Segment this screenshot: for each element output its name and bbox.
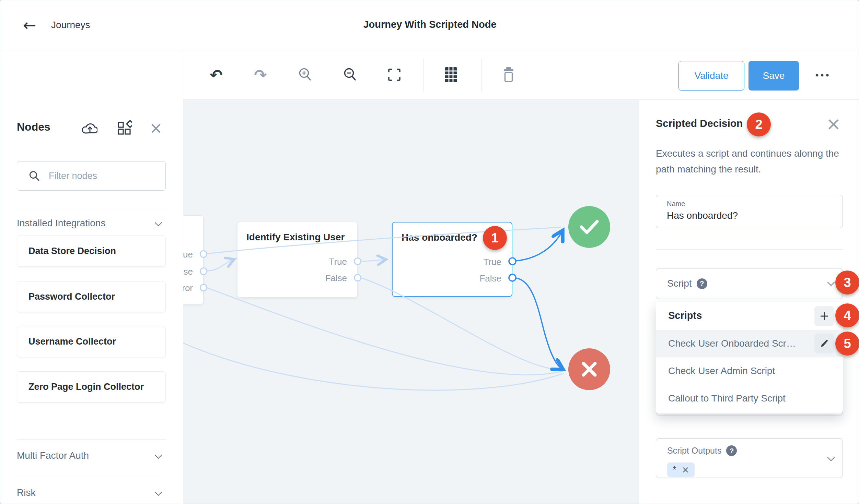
edge-pale-identify-true-to-decision bbox=[361, 260, 385, 261]
delete-trash-icon[interactable] bbox=[499, 65, 518, 84]
chevron-down-icon bbox=[827, 279, 835, 286]
callout-badge-4: 4 bbox=[835, 303, 859, 327]
output-false[interactable]: False bbox=[325, 273, 347, 284]
app-window: ← Journeys Journey With Scripted Node No… bbox=[0, 0, 859, 504]
cloud-upload-icon bbox=[82, 122, 97, 134]
edge-true-to-success bbox=[515, 231, 562, 261]
callout-badge-1: 1 bbox=[483, 226, 507, 250]
script-outputs-label: Script Outputs bbox=[667, 446, 721, 456]
sidebar-section-multi-factor-auth[interactable]: Multi Factor Auth bbox=[17, 446, 166, 465]
section-label: Multi Factor Auth bbox=[17, 450, 89, 461]
undo-icon[interactable]: ↶ bbox=[207, 65, 226, 84]
chevron-down-icon bbox=[155, 489, 162, 496]
edge-pale-false-to-identify bbox=[207, 260, 233, 271]
divider bbox=[423, 59, 423, 92]
redo-icon[interactable]: ↷ bbox=[251, 65, 270, 84]
flow-node-identify-existing-user[interactable]: Identify Existing User True False bbox=[237, 222, 358, 298]
components-grid-icon[interactable] bbox=[116, 120, 132, 136]
script-select-label: Script bbox=[667, 278, 692, 289]
callout-badge-5: 5 bbox=[835, 332, 859, 356]
output-chip-value: * bbox=[673, 462, 676, 478]
scripts-dropdown: Scripts Check User Onboarded Scr… Check … bbox=[656, 302, 843, 413]
scripted-decision-panel: Scripted Decision 2 × Executes a script … bbox=[639, 100, 859, 504]
divider bbox=[17, 477, 166, 477]
validate-button[interactable]: Validate bbox=[678, 61, 744, 91]
save-button[interactable]: Save bbox=[748, 61, 799, 91]
divider bbox=[17, 439, 166, 440]
node-card-data-store-decision[interactable]: Data Store Decision bbox=[17, 236, 166, 267]
edge-pale-offscreen-to-failure bbox=[183, 342, 564, 390]
node-card-zero-page-login-collector[interactable]: Zero Page Login Collector bbox=[17, 371, 166, 403]
pencil-icon bbox=[820, 339, 829, 348]
help-icon[interactable]: ? bbox=[726, 445, 737, 456]
node-card-password-collector[interactable]: Password Collector bbox=[17, 281, 166, 312]
remove-chip-icon[interactable]: × bbox=[682, 465, 689, 475]
top-header: ← Journeys Journey With Scripted Node bbox=[0, 0, 859, 50]
output-chip: * × bbox=[667, 463, 695, 477]
success-node[interactable] bbox=[568, 206, 610, 248]
name-field-label: Name bbox=[667, 200, 843, 208]
callout-badge-3: 3 bbox=[835, 271, 859, 295]
edges-layer bbox=[183, 100, 639, 504]
script-option-check-user-onboarded[interactable]: Check User Onboarded Scr… bbox=[656, 330, 843, 357]
name-field[interactable]: Name Has onboarded? bbox=[656, 195, 843, 228]
failure-node[interactable] bbox=[568, 348, 610, 390]
chevron-down-icon bbox=[155, 452, 162, 459]
canvas-toolbar: ↶ ↷ bbox=[183, 50, 859, 100]
chevron-down-icon bbox=[827, 454, 835, 461]
script-outputs-field[interactable]: Script Outputs ? * × bbox=[656, 438, 843, 478]
node-title: Has onboarded? bbox=[402, 232, 477, 243]
zoom-in-icon[interactable] bbox=[296, 65, 315, 84]
script-option-check-user-admin[interactable]: Check User Admin Script bbox=[656, 357, 843, 385]
section-label: Risk bbox=[17, 487, 35, 498]
cloud-upload-icon[interactable] bbox=[81, 120, 98, 136]
node-card-username-collector[interactable]: Username Collector bbox=[17, 326, 166, 357]
add-script-button[interactable] bbox=[814, 306, 834, 326]
divider bbox=[481, 59, 481, 92]
search-input[interactable] bbox=[49, 171, 152, 181]
sidebar-section-installed-integrations[interactable]: Installed Integrations bbox=[17, 214, 166, 232]
name-field-value: Has onboarded? bbox=[667, 210, 843, 221]
fit-to-screen-icon[interactable] bbox=[385, 65, 404, 84]
help-icon[interactable]: ? bbox=[697, 278, 707, 289]
output-true[interactable]: True bbox=[484, 257, 502, 267]
chevron-down-icon bbox=[155, 219, 162, 226]
script-option-callout-third-party[interactable]: Callout to Third Party Script bbox=[656, 385, 843, 412]
components-grid-icon bbox=[116, 120, 132, 136]
close-sidebar-icon[interactable]: × bbox=[149, 119, 163, 137]
scripts-header-label: Scripts bbox=[668, 310, 702, 321]
output-false[interactable]: False bbox=[183, 266, 193, 277]
output-true[interactable]: True bbox=[183, 249, 193, 260]
grid-snap-icon[interactable] bbox=[441, 65, 461, 84]
edge-pale-error-to-failure bbox=[207, 288, 563, 375]
edit-script-button[interactable] bbox=[814, 334, 834, 353]
output-false[interactable]: False bbox=[479, 273, 501, 284]
search-icon bbox=[29, 170, 40, 181]
node-description: Executes a script and continues alonng t… bbox=[656, 146, 852, 177]
node-title: Identify Existing User bbox=[246, 232, 345, 243]
output-error[interactable]: Error bbox=[183, 283, 193, 293]
edge-false-to-failure bbox=[515, 278, 562, 369]
divider bbox=[656, 249, 843, 250]
journey-canvas[interactable]: True False Error Identify Existing User … bbox=[183, 100, 639, 504]
sidebar-title: Nodes bbox=[17, 121, 50, 133]
divider bbox=[17, 211, 166, 211]
callout-badge-2: 2 bbox=[747, 112, 771, 136]
sidebar-section-risk[interactable]: Risk bbox=[17, 483, 166, 502]
panel-title: Scripted Decision bbox=[656, 118, 743, 129]
cross-icon bbox=[581, 361, 598, 378]
script-select[interactable]: Script ? bbox=[656, 268, 843, 299]
output-true[interactable]: True bbox=[329, 256, 347, 267]
filter-nodes-search[interactable] bbox=[17, 161, 166, 191]
check-icon bbox=[579, 219, 600, 235]
nodes-sidebar: Nodes × Installed bbox=[0, 50, 183, 504]
flow-node-partial[interactable]: True False Error bbox=[183, 215, 204, 304]
zoom-out-icon[interactable] bbox=[341, 65, 360, 84]
close-panel-icon[interactable]: × bbox=[826, 115, 841, 133]
plus-icon bbox=[820, 311, 829, 321]
more-options-icon[interactable]: ••• bbox=[815, 70, 831, 81]
page-title: Journey With Scripted Node bbox=[0, 19, 859, 30]
scripts-dropdown-header: Scripts bbox=[656, 302, 843, 329]
section-label: Installed Integrations bbox=[17, 218, 105, 228]
